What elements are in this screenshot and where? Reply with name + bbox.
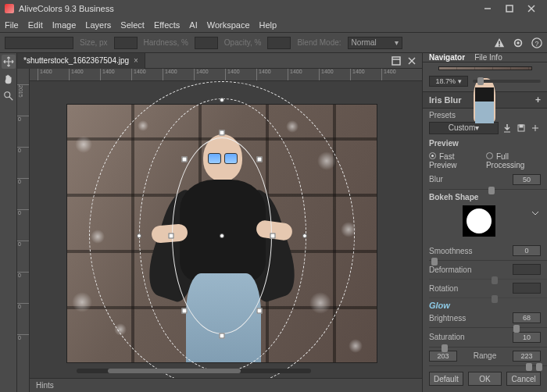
document-tab-title: *shutterstock_1662367504.jpg	[23, 56, 129, 65]
app-title: AliveColors 9.3 Business	[19, 4, 114, 13]
svg-rect-6	[499, 45, 500, 46]
brightness-label: Brightness	[429, 314, 508, 323]
size-label: Size, px	[80, 38, 108, 47]
menu-help[interactable]: Help	[259, 20, 277, 30]
menu-layers[interactable]: Layers	[85, 20, 111, 30]
vertical-ruler: 2015 0 0 0 0 0 0 0 0	[17, 69, 30, 392]
menu-file[interactable]: File	[5, 20, 19, 30]
svg-point-8	[517, 41, 520, 45]
svg-point-11	[4, 92, 9, 98]
bokeh-shape-label: Bokeh Shape	[429, 193, 478, 201]
fast-preview-radio[interactable]: Fast Preview	[429, 152, 477, 169]
bokeh-shape-preview[interactable]	[463, 205, 495, 237]
hardness-input[interactable]	[195, 37, 218, 49]
horizontal-ruler: 1400 1400 1400 1400 1400 1400 1400 1400 …	[30, 69, 422, 81]
range-low-value[interactable]: 203	[429, 351, 457, 362]
smoothness-value[interactable]: 0	[513, 245, 541, 256]
svg-rect-13	[392, 57, 400, 65]
document-area: *shutterstock_1662367504.jpg × 2015 0 0 …	[17, 53, 422, 392]
hardness-label: Hardness, %	[144, 38, 188, 47]
hand-tool-icon[interactable]	[2, 72, 16, 86]
hints-bar: Hints	[30, 378, 422, 392]
preset-save-icon[interactable]	[516, 123, 527, 134]
size-input[interactable]	[114, 37, 138, 49]
move-tool-icon[interactable]	[2, 55, 16, 69]
dot-top[interactable]	[220, 98, 224, 102]
hints-label: Hints	[36, 381, 54, 390]
smoothness-label: Smoothness	[429, 247, 508, 255]
alert-icon[interactable]	[494, 37, 505, 48]
menu-select[interactable]: Select	[120, 20, 145, 30]
menu-workspace[interactable]: Workspace	[207, 20, 250, 30]
menu-edit[interactable]: Edit	[28, 20, 43, 30]
deformation-value	[513, 264, 541, 275]
window-maximize-button[interactable]	[499, 2, 520, 16]
deformation-label: Deformation	[429, 265, 508, 274]
settings-icon[interactable]	[513, 37, 524, 48]
svg-rect-1	[506, 5, 513, 12]
full-processing-radio[interactable]: Full Processing	[486, 152, 541, 169]
tool-preset-dropdown[interactable]	[5, 37, 73, 49]
svg-rect-19	[520, 125, 523, 127]
title-bar: AliveColors 9.3 Business	[0, 0, 547, 17]
help-icon[interactable]: ?	[531, 37, 542, 48]
preset-add-icon[interactable]	[530, 123, 541, 134]
close-tab-icon[interactable]: ×	[134, 56, 138, 65]
window-close-button[interactable]	[520, 2, 542, 16]
menu-bar: File Edit Image Layers Select Effects AI…	[0, 17, 547, 33]
blur-label: Blur	[429, 175, 508, 184]
tab-layout-icon[interactable]	[391, 55, 402, 66]
range-high-value[interactable]: 223	[513, 351, 541, 362]
tab-close-all-icon[interactable]	[406, 55, 417, 66]
svg-line-12	[9, 97, 12, 100]
zoom-slider[interactable]	[473, 80, 541, 83]
glow-section-label: Glow	[423, 299, 547, 310]
right-panel: Navigator File Info 18.7% ▾ Iris Blur + …	[422, 53, 547, 392]
ok-button[interactable]: OK	[468, 372, 502, 386]
options-bar: Size, px Hardness, % Opacity, % Blend Mo…	[0, 33, 547, 53]
blur-value[interactable]: 50	[513, 174, 541, 185]
tab-file-info[interactable]: File Info	[474, 53, 502, 62]
opacity-input[interactable]	[267, 37, 291, 49]
blend-mode-dropdown[interactable]: Normal▾	[348, 37, 402, 49]
svg-rect-5	[499, 41, 500, 44]
horizontal-scrollbar[interactable]	[77, 369, 311, 373]
saturation-value[interactable]: 10	[513, 332, 541, 343]
document-tab[interactable]: *shutterstock_1662367504.jpg ×	[17, 53, 145, 69]
expand-icon[interactable]: +	[535, 94, 541, 105]
image-content	[67, 105, 377, 362]
blend-mode-label: Blend Mode:	[297, 38, 341, 47]
navigator-thumbnail[interactable]	[439, 67, 531, 69]
tool-sidebar	[0, 53, 17, 392]
cancel-button[interactable]: Cancel	[506, 372, 541, 386]
tab-navigator[interactable]: Navigator	[429, 53, 465, 62]
range-label: Range	[462, 351, 508, 360]
preview-label: Preview	[429, 139, 459, 148]
presets-dropdown[interactable]: Custom ▾	[429, 122, 499, 134]
menu-ai[interactable]: AI	[189, 20, 197, 30]
default-button[interactable]: Default	[429, 372, 463, 386]
rotation-label: Rotation	[429, 284, 508, 293]
app-logo-icon	[5, 4, 14, 13]
window-minimize-button[interactable]	[477, 2, 499, 16]
saturation-label: Saturation	[429, 333, 508, 341]
bokeh-dropdown-icon[interactable]	[530, 208, 541, 219]
opacity-label: Opacity, %	[224, 38, 262, 47]
zoom-value[interactable]: 18.7% ▾	[429, 76, 468, 87]
menu-effects[interactable]: Effects	[154, 20, 180, 30]
preset-import-icon[interactable]	[502, 123, 513, 134]
canvas[interactable]	[30, 81, 422, 378]
menu-image[interactable]: Image	[52, 20, 77, 30]
nav-panel-tabs: Navigator File Info	[423, 53, 547, 62]
zoom-tool-icon[interactable]	[2, 89, 16, 103]
document-tabs: *shutterstock_1662367504.jpg ×	[17, 53, 422, 69]
brightness-value[interactable]: 68	[513, 312, 541, 323]
svg-text:?: ?	[535, 39, 539, 47]
rotation-value	[513, 283, 541, 294]
